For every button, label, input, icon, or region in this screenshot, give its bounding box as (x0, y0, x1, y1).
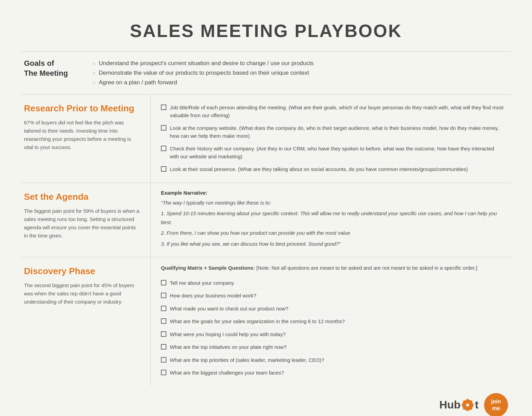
agenda-left: Set the Agenda The biggest pain point fo… (21, 183, 151, 257)
narrative-text: “The way I typically run meetings like t… (161, 198, 505, 248)
discovery-check-1: Tell me about your company (161, 277, 505, 290)
goal-item-3: Agree on a plan / path forward (92, 78, 314, 87)
qualifying-matrix-label: Qualifying Matrix + Sample Questions: [N… (161, 264, 505, 272)
svg-rect-8 (461, 404, 464, 406)
hubspot-text-part1: Hub (439, 399, 460, 411)
checkbox-icon (161, 344, 166, 350)
narrative-line-3: 3. If you like what you see, we can disc… (161, 240, 505, 248)
research-heading: Research Prior to Meeting (24, 103, 140, 114)
checkbox-icon (161, 370, 166, 375)
goal-item-1: Understand the prospect's current situat… (92, 59, 314, 68)
discovery-check-4: What are the goals for your sales organi… (161, 315, 505, 328)
footer: Hub t join me (21, 386, 511, 416)
agenda-section: Set the Agenda The biggest pain point fo… (21, 183, 511, 258)
discovery-check-3: What made you want to check out our prod… (161, 303, 505, 316)
narrative-label: Example Narrative: (161, 190, 505, 196)
research-check-3: Check their history with our company. (A… (161, 143, 505, 163)
hubspot-logo: Hub t (439, 399, 479, 411)
research-check-4: Look at their social presence. (What are… (161, 163, 505, 176)
checkbox-icon (161, 166, 166, 172)
page-title: SALES MEETING PLAYBOOK (21, 10, 511, 51)
qualifying-note: [Note: Not all questions are meant to be… (256, 265, 477, 271)
discovery-check-5: What were you hoping I could help you wi… (161, 328, 505, 341)
discovery-check-2: How does your business model work? (161, 290, 505, 303)
discovery-left: Discovery Phase The second biggest pain … (21, 257, 151, 386)
sections-wrapper: Research Prior to Meeting 67% of buyers … (21, 95, 511, 386)
hubspot-text-part2: t (475, 399, 479, 411)
svg-point-11 (466, 404, 469, 406)
checkbox-icon (161, 125, 166, 131)
checkbox-icon (161, 331, 166, 337)
checkbox-icon (161, 146, 166, 151)
svg-rect-4 (471, 404, 474, 406)
research-check-1: Job title/Role of each person attending … (161, 101, 505, 122)
agenda-right: Example Narrative: “The way I typically … (151, 183, 511, 257)
agenda-heading: Set the Agenda (24, 192, 140, 202)
narrative-line-0: “The way I typically run meetings like t… (161, 198, 505, 207)
me-label: me (492, 405, 500, 412)
join-label: join (491, 398, 501, 405)
agenda-description: The biggest pain point for 59% of buyers… (24, 207, 140, 240)
join-me-badge: join me (484, 393, 508, 416)
discovery-description: The second biggest pain point for 45% of… (24, 281, 140, 306)
discovery-right: Qualifying Matrix + Sample Questions: [N… (151, 257, 511, 386)
discovery-checklist: Tell me about your company How does your… (161, 277, 505, 379)
discovery-check-6: What are the top initiatives on your pla… (161, 341, 505, 354)
discovery-heading: Discovery Phase (24, 266, 140, 277)
svg-rect-2 (467, 399, 469, 401)
goals-section: Goals ofThe Meeting Understand the prosp… (21, 51, 511, 95)
checkbox-icon (161, 357, 166, 363)
discovery-check-7: What are the top priorities of (sales le… (161, 354, 505, 367)
hubspot-sprocket-icon (461, 399, 474, 411)
research-checklist: Job title/Role of each person attending … (161, 101, 505, 176)
checkbox-icon (161, 306, 166, 311)
research-check-2: Look at the company website. (What does … (161, 122, 505, 143)
research-right: Job title/Role of each person attending … (151, 95, 511, 183)
research-description: 67% of buyers did not feel like the pitc… (24, 119, 140, 151)
goals-list: Understand the prospect's current situat… (92, 59, 314, 87)
discovery-section: Discovery Phase The second biggest pain … (21, 257, 511, 386)
narrative-line-2: 2. From there, I can show you how our pr… (161, 229, 505, 237)
qualifying-bold: Qualifying Matrix + Sample Questions: (161, 265, 255, 271)
discovery-check-8: What are the biggest challenges your tea… (161, 367, 505, 379)
research-section: Research Prior to Meeting 67% of buyers … (21, 95, 511, 183)
checkbox-icon (161, 105, 166, 110)
goal-item-2: Demonstrate the value of our products to… (92, 68, 314, 78)
checkbox-icon (161, 280, 166, 285)
checkbox-icon (161, 293, 166, 298)
narrative-line-1: 1. Spend 10-15 minutes learning about yo… (161, 209, 505, 227)
svg-rect-6 (467, 409, 469, 411)
research-left: Research Prior to Meeting 67% of buyers … (21, 95, 151, 183)
checkbox-icon (161, 318, 166, 324)
goals-heading: Goals ofThe Meeting (24, 59, 92, 87)
